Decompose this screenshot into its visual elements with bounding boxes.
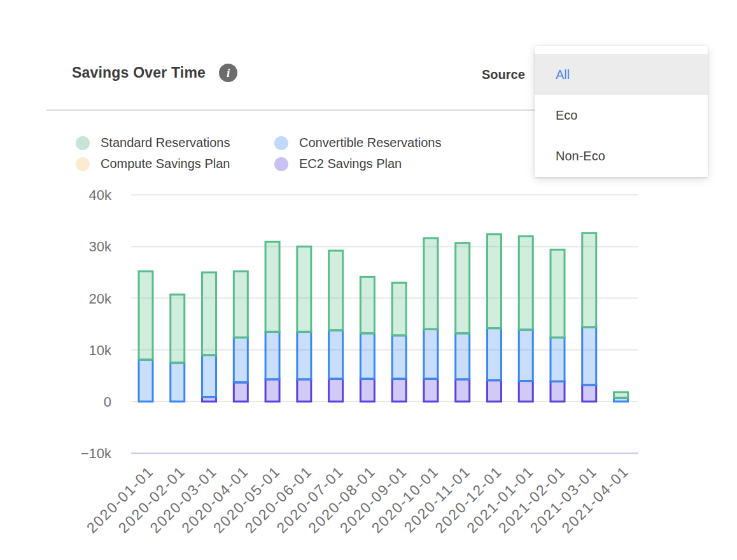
bar-segment[interactable]	[234, 337, 248, 382]
info-icon[interactable]: i	[219, 64, 237, 82]
bar-segment[interactable]	[519, 236, 533, 330]
bar-segment[interactable]	[329, 251, 343, 330]
bar-segment[interactable]	[360, 379, 374, 402]
y-tick-label: 0	[104, 394, 111, 410]
bar-segment[interactable]	[297, 379, 311, 402]
bar-segment[interactable]	[360, 277, 374, 333]
bar-segment[interactable]	[234, 271, 248, 337]
bar-segment[interactable]	[424, 329, 438, 379]
legend-swatch-ec2-savings-plan	[274, 157, 288, 171]
bar-segment[interactable]	[456, 333, 470, 379]
bar-segment[interactable]	[234, 382, 248, 402]
bar-segment[interactable]	[487, 328, 501, 381]
bar-segment[interactable]	[551, 381, 565, 402]
bar-segment[interactable]	[171, 295, 185, 363]
bar-segment[interactable]	[392, 379, 406, 402]
legend-item-ec2-savings-plan[interactable]: EC2 Savings Plan	[274, 157, 441, 171]
chart-header: Savings Over Time i	[72, 64, 237, 82]
y-tick-label: 20k	[89, 291, 112, 307]
bar-segment[interactable]	[582, 385, 596, 402]
bar-segment[interactable]	[139, 271, 153, 360]
y-tick-label: 40k	[89, 187, 112, 203]
legend-label: Standard Reservations	[101, 136, 230, 150]
legend-label: EC2 Savings Plan	[299, 157, 402, 171]
savings-over-time-chart[interactable]: 40k30k20k10k0−10k2020-01-012020-02-01202…	[0, 178, 737, 560]
bar-segment[interactable]	[297, 246, 311, 332]
bar-segment[interactable]	[456, 243, 470, 333]
legend-label: Convertible Reservations	[299, 136, 441, 150]
bar-segment[interactable]	[392, 283, 406, 335]
y-tick-label: 10k	[89, 342, 112, 358]
bar-segment[interactable]	[202, 272, 216, 355]
bar-segment[interactable]	[424, 379, 438, 402]
bar-segment[interactable]	[202, 355, 216, 397]
bar-segment[interactable]	[519, 381, 533, 402]
bar-segment[interactable]	[582, 233, 596, 327]
bar-segment[interactable]	[519, 330, 533, 381]
y-tick-label: −10k	[81, 445, 112, 461]
legend-swatch-convertible-reservations	[274, 136, 288, 150]
bar-segment[interactable]	[551, 337, 565, 381]
page-title: Savings Over Time	[72, 64, 206, 81]
bar-segment[interactable]	[297, 332, 311, 379]
bar-segment[interactable]	[265, 379, 279, 402]
dropdown-option-non-eco[interactable]: Non-Eco	[535, 136, 708, 176]
bar-segment[interactable]	[487, 381, 501, 402]
bar-segment[interactable]	[614, 392, 628, 398]
chart-legend: Standard Reservations Convertible Reserv…	[76, 132, 441, 174]
bar-segment[interactable]	[456, 379, 470, 402]
bar-segment[interactable]	[582, 327, 596, 385]
legend-swatch-standard-reservations	[76, 136, 90, 150]
bar-segment[interactable]	[139, 360, 153, 402]
bar-segment[interactable]	[392, 335, 406, 379]
bar-segment[interactable]	[265, 332, 279, 379]
bar-segment[interactable]	[329, 330, 343, 379]
bar-segment[interactable]	[171, 363, 185, 402]
bar-segment[interactable]	[551, 249, 565, 337]
legend-item-convertible-reservations[interactable]: Convertible Reservations	[274, 136, 441, 150]
dropdown-option-all[interactable]: All	[535, 54, 708, 95]
bar-segment[interactable]	[265, 242, 279, 332]
dropdown-option-eco[interactable]: Eco	[535, 95, 708, 136]
bar-segment[interactable]	[329, 379, 343, 402]
bar-segment[interactable]	[360, 333, 374, 379]
source-label: Source	[482, 67, 525, 82]
legend-item-compute-savings-plan[interactable]: Compute Savings Plan	[76, 157, 274, 171]
bar-segment[interactable]	[487, 234, 501, 328]
legend-item-standard-reservations[interactable]: Standard Reservations	[76, 136, 274, 150]
y-tick-label: 30k	[89, 239, 112, 255]
bar-segment[interactable]	[424, 238, 438, 329]
legend-swatch-compute-savings-plan	[76, 157, 90, 171]
source-dropdown-menu: All Eco Non-Eco	[535, 46, 708, 177]
legend-label: Compute Savings Plan	[101, 157, 230, 171]
